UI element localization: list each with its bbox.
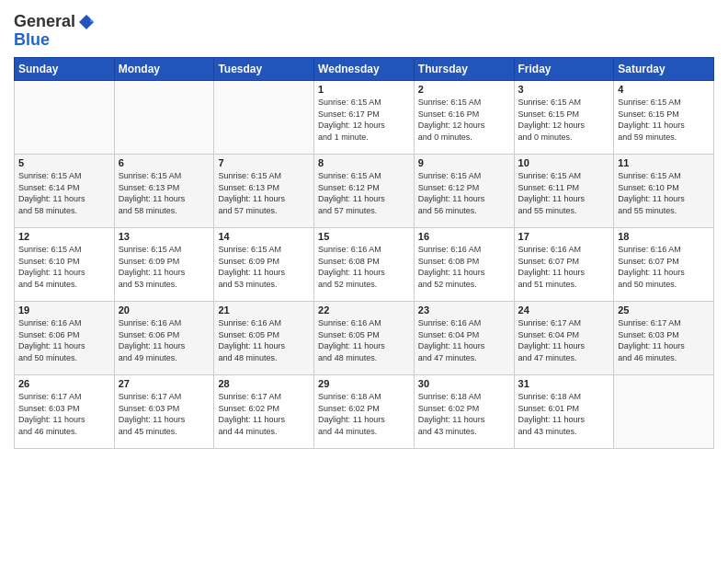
calendar-cell: 27Sunrise: 6:17 AM Sunset: 6:03 PM Dayli…: [114, 375, 214, 449]
cell-info: Sunrise: 6:16 AM Sunset: 6:06 PM Dayligh…: [119, 317, 210, 363]
cell-info: Sunrise: 6:17 AM Sunset: 6:02 PM Dayligh…: [218, 391, 310, 437]
calendar-cell: 19Sunrise: 6:16 AM Sunset: 6:06 PM Dayli…: [15, 302, 115, 375]
day-number: 7: [218, 157, 310, 168]
header-row: SundayMondayTuesdayWednesdayThursdayFrid…: [15, 58, 714, 81]
calendar-cell: 28Sunrise: 6:17 AM Sunset: 6:02 PM Dayli…: [214, 375, 314, 449]
day-number: 4: [618, 84, 710, 95]
day-number: 23: [418, 304, 510, 316]
cell-info: Sunrise: 6:18 AM Sunset: 6:02 PM Dayligh…: [318, 391, 410, 437]
day-number: 21: [218, 304, 310, 316]
day-number: 20: [119, 304, 210, 316]
cell-info: Sunrise: 6:15 AM Sunset: 6:10 PM Dayligh…: [18, 244, 110, 290]
day-number: 24: [518, 304, 610, 316]
header-cell-monday: Monday: [114, 58, 214, 81]
day-number: 12: [18, 231, 110, 242]
calendar-cell: 23Sunrise: 6:16 AM Sunset: 6:04 PM Dayli…: [414, 302, 514, 375]
calendar-cell: 10Sunrise: 6:15 AM Sunset: 6:11 PM Dayli…: [514, 155, 614, 228]
logo-blue-text: Blue: [14, 30, 50, 49]
calendar-table: SundayMondayTuesdayWednesdayThursdayFrid…: [14, 57, 714, 449]
day-number: 26: [18, 378, 110, 389]
cell-info: Sunrise: 6:15 AM Sunset: 6:15 PM Dayligh…: [518, 97, 610, 143]
day-number: 5: [18, 157, 110, 168]
calendar-cell: 9Sunrise: 6:15 AM Sunset: 6:12 PM Daylig…: [414, 155, 514, 228]
week-row-2: 5Sunrise: 6:15 AM Sunset: 6:14 PM Daylig…: [15, 155, 714, 228]
calendar-cell: 1Sunrise: 6:15 AM Sunset: 6:17 PM Daylig…: [314, 81, 415, 155]
cell-info: Sunrise: 6:16 AM Sunset: 6:05 PM Dayligh…: [218, 317, 310, 363]
day-number: 31: [518, 378, 610, 389]
calendar-cell: 14Sunrise: 6:15 AM Sunset: 6:09 PM Dayli…: [214, 228, 314, 302]
day-number: 27: [119, 378, 210, 389]
calendar-cell: 29Sunrise: 6:18 AM Sunset: 6:02 PM Dayli…: [314, 375, 415, 449]
week-row-5: 26Sunrise: 6:17 AM Sunset: 6:03 PM Dayli…: [15, 375, 714, 449]
header-cell-wednesday: Wednesday: [314, 58, 415, 81]
calendar-cell: 6Sunrise: 6:15 AM Sunset: 6:13 PM Daylig…: [114, 155, 214, 228]
page-container: General Blue SundayMondayTuesdayWednesda…: [0, 0, 728, 563]
calendar-cell: 5Sunrise: 6:15 AM Sunset: 6:14 PM Daylig…: [15, 155, 115, 228]
day-number: 29: [318, 378, 410, 389]
calendar-cell: 25Sunrise: 6:17 AM Sunset: 6:03 PM Dayli…: [614, 302, 714, 375]
calendar-cell: 3Sunrise: 6:15 AM Sunset: 6:15 PM Daylig…: [514, 81, 614, 155]
day-number: 9: [418, 157, 510, 168]
cell-info: Sunrise: 6:18 AM Sunset: 6:01 PM Dayligh…: [518, 391, 610, 437]
calendar-cell: 15Sunrise: 6:16 AM Sunset: 6:08 PM Dayli…: [314, 228, 415, 302]
cell-info: Sunrise: 6:17 AM Sunset: 6:04 PM Dayligh…: [518, 317, 610, 363]
day-number: 18: [618, 231, 710, 242]
cell-info: Sunrise: 6:16 AM Sunset: 6:08 PM Dayligh…: [318, 244, 410, 290]
calendar-cell: 7Sunrise: 6:15 AM Sunset: 6:13 PM Daylig…: [214, 155, 314, 228]
calendar-cell: 2Sunrise: 6:15 AM Sunset: 6:16 PM Daylig…: [414, 81, 514, 155]
cell-info: Sunrise: 6:15 AM Sunset: 6:17 PM Dayligh…: [318, 97, 410, 143]
cell-info: Sunrise: 6:15 AM Sunset: 6:11 PM Dayligh…: [518, 170, 610, 216]
calendar-cell: 30Sunrise: 6:18 AM Sunset: 6:02 PM Dayli…: [414, 375, 514, 449]
cell-info: Sunrise: 6:17 AM Sunset: 6:03 PM Dayligh…: [618, 317, 710, 363]
logo: General Blue: [14, 13, 96, 50]
calendar-cell: 8Sunrise: 6:15 AM Sunset: 6:12 PM Daylig…: [314, 155, 415, 228]
cell-info: Sunrise: 6:15 AM Sunset: 6:09 PM Dayligh…: [119, 244, 210, 290]
logo-icon: [77, 13, 96, 31]
day-number: 15: [318, 231, 410, 242]
week-row-4: 19Sunrise: 6:16 AM Sunset: 6:06 PM Dayli…: [15, 302, 714, 375]
cell-info: Sunrise: 6:15 AM Sunset: 6:13 PM Dayligh…: [218, 170, 310, 216]
calendar-cell: [114, 81, 214, 155]
header-cell-saturday: Saturday: [614, 58, 714, 81]
cell-info: Sunrise: 6:15 AM Sunset: 6:10 PM Dayligh…: [618, 170, 710, 216]
day-number: 17: [518, 231, 610, 242]
day-number: 6: [119, 157, 210, 168]
cell-info: Sunrise: 6:16 AM Sunset: 6:07 PM Dayligh…: [618, 244, 710, 290]
day-number: 11: [618, 157, 710, 168]
header-cell-tuesday: Tuesday: [214, 58, 314, 81]
cell-info: Sunrise: 6:15 AM Sunset: 6:15 PM Dayligh…: [618, 97, 710, 143]
day-number: 14: [218, 231, 310, 242]
calendar-cell: [214, 81, 314, 155]
calendar-cell: 16Sunrise: 6:16 AM Sunset: 6:08 PM Dayli…: [414, 228, 514, 302]
logo-general-text: General: [14, 12, 75, 30]
header-cell-sunday: Sunday: [15, 58, 115, 81]
cell-info: Sunrise: 6:17 AM Sunset: 6:03 PM Dayligh…: [18, 391, 110, 437]
cell-info: Sunrise: 6:16 AM Sunset: 6:06 PM Dayligh…: [18, 317, 110, 363]
calendar-cell: 4Sunrise: 6:15 AM Sunset: 6:15 PM Daylig…: [614, 81, 714, 155]
day-number: 30: [418, 378, 510, 389]
calendar-cell: 12Sunrise: 6:15 AM Sunset: 6:10 PM Dayli…: [15, 228, 115, 302]
header: General Blue: [14, 9, 714, 50]
calendar-cell: [614, 375, 714, 449]
day-number: 13: [119, 231, 210, 242]
cell-info: Sunrise: 6:15 AM Sunset: 6:12 PM Dayligh…: [318, 170, 410, 216]
header-cell-friday: Friday: [514, 58, 614, 81]
day-number: 25: [618, 304, 710, 316]
calendar-cell: 31Sunrise: 6:18 AM Sunset: 6:01 PM Dayli…: [514, 375, 614, 449]
calendar-cell: 24Sunrise: 6:17 AM Sunset: 6:04 PM Dayli…: [514, 302, 614, 375]
cell-info: Sunrise: 6:15 AM Sunset: 6:14 PM Dayligh…: [18, 170, 110, 216]
calendar-cell: 21Sunrise: 6:16 AM Sunset: 6:05 PM Dayli…: [214, 302, 314, 375]
cell-info: Sunrise: 6:18 AM Sunset: 6:02 PM Dayligh…: [418, 391, 510, 437]
cell-info: Sunrise: 6:15 AM Sunset: 6:09 PM Dayligh…: [218, 244, 310, 290]
day-number: 3: [518, 84, 610, 95]
cell-info: Sunrise: 6:16 AM Sunset: 6:07 PM Dayligh…: [518, 244, 610, 290]
cell-info: Sunrise: 6:17 AM Sunset: 6:03 PM Dayligh…: [119, 391, 210, 437]
cell-info: Sunrise: 6:15 AM Sunset: 6:16 PM Dayligh…: [418, 97, 510, 143]
calendar-cell: 26Sunrise: 6:17 AM Sunset: 6:03 PM Dayli…: [15, 375, 115, 449]
day-number: 19: [18, 304, 110, 316]
day-number: 22: [318, 304, 410, 316]
week-row-3: 12Sunrise: 6:15 AM Sunset: 6:10 PM Dayli…: [15, 228, 714, 302]
day-number: 10: [518, 157, 610, 168]
day-number: 28: [218, 378, 310, 389]
cell-info: Sunrise: 6:16 AM Sunset: 6:04 PM Dayligh…: [418, 317, 510, 363]
